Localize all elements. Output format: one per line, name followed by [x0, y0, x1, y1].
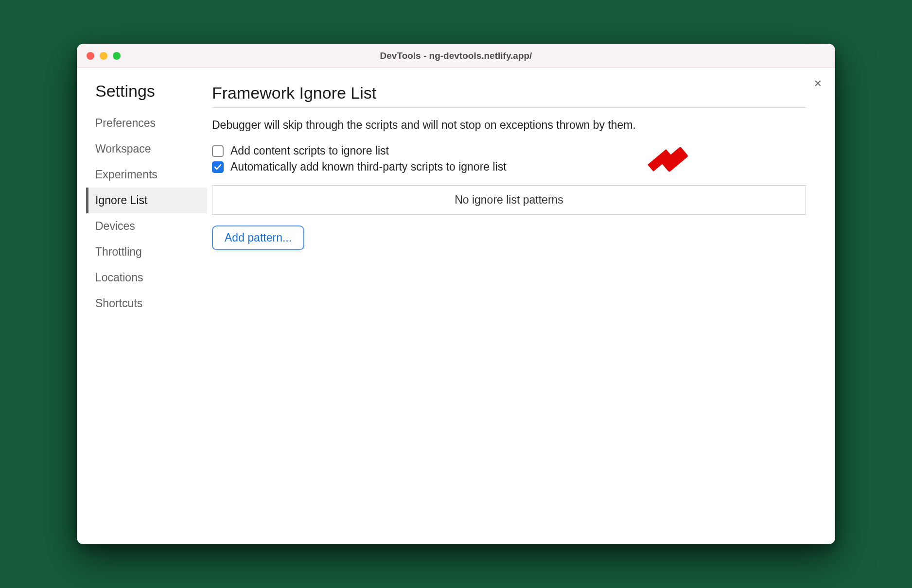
sidebar-item-locations[interactable]: Locations [86, 265, 207, 291]
sidebar-item-ignore-list[interactable]: Ignore List [86, 188, 207, 213]
settings-content: × Settings PreferencesWorkspaceExperimen… [77, 68, 835, 544]
checkbox-label: Automatically add known third-party scri… [230, 160, 507, 173]
settings-main-panel: Framework Ignore List Debugger will skip… [207, 68, 835, 544]
window-controls [77, 52, 121, 60]
sidebar-item-devices[interactable]: Devices [86, 213, 207, 239]
window-minimize-button[interactable] [100, 52, 107, 60]
window-title: DevTools - ng-devtools.netlify.app/ [77, 51, 835, 61]
checkbox-label: Add content scripts to ignore list [230, 144, 389, 157]
sidebar-item-workspace[interactable]: Workspace [86, 136, 207, 162]
panel-description: Debugger will skip through the scripts a… [212, 119, 806, 132]
sidebar-item-label: Throttling [95, 245, 142, 258]
settings-title: Settings [88, 82, 207, 101]
sidebar-item-label: Devices [95, 220, 135, 232]
add-content-scripts-checkbox-row[interactable]: Add content scripts to ignore list [212, 144, 806, 157]
sidebar-item-label: Preferences [95, 117, 156, 129]
sidebar-item-experiments[interactable]: Experiments [86, 162, 207, 188]
add-content-scripts-checkbox[interactable] [212, 145, 224, 157]
sidebar-item-shortcuts[interactable]: Shortcuts [86, 291, 207, 316]
auto-add-third-party-checkbox[interactable] [212, 161, 224, 173]
devtools-window: DevTools - ng-devtools.netlify.app/ × Se… [77, 44, 835, 544]
window-close-button[interactable] [87, 52, 94, 60]
settings-sidebar: Settings PreferencesWorkspaceExperiments… [77, 68, 207, 544]
sidebar-item-throttling[interactable]: Throttling [86, 239, 207, 265]
sidebar-item-label: Ignore List [95, 194, 147, 207]
add-pattern-button[interactable]: Add pattern... [212, 225, 304, 250]
sidebar-item-label: Workspace [95, 142, 151, 155]
ignore-patterns-list: No ignore list patterns [212, 185, 806, 215]
sidebar-item-label: Experiments [95, 168, 158, 181]
empty-patterns-text: No ignore list patterns [455, 193, 563, 206]
window-maximize-button[interactable] [113, 52, 121, 60]
panel-title: Framework Ignore List [212, 84, 806, 108]
sidebar-item-preferences[interactable]: Preferences [86, 110, 207, 136]
titlebar: DevTools - ng-devtools.netlify.app/ [77, 44, 835, 68]
sidebar-item-label: Shortcuts [95, 297, 142, 310]
auto-add-third-party-checkbox-row[interactable]: Automatically add known third-party scri… [212, 160, 806, 173]
sidebar-item-label: Locations [95, 271, 143, 284]
